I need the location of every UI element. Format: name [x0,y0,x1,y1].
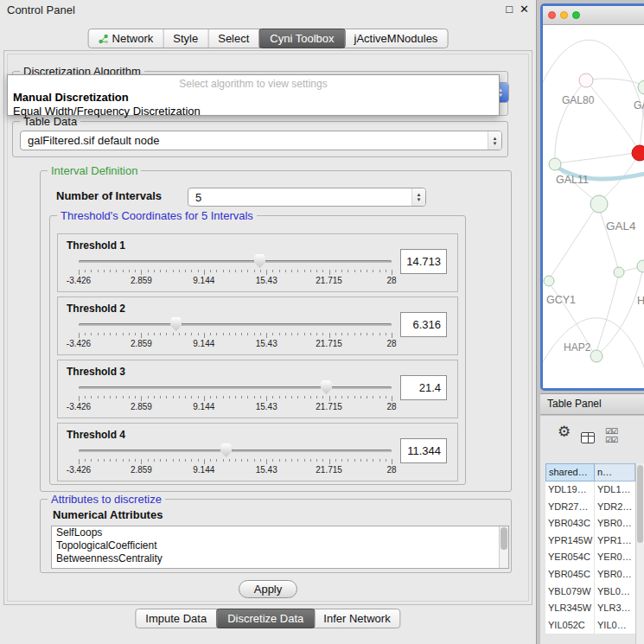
threshold-3-value-field[interactable]: 21.4 [400,375,447,400]
table-cell[interactable]: YER054C [545,549,595,566]
gear-icon[interactable]: ⚙ [558,423,571,441]
network-window-titlebar[interactable] [543,6,644,25]
dropdown-placeholder-option[interactable]: Select algorithm to view settings [8,75,499,90]
window-controls: □ ✕ [506,3,529,16]
table-cell[interactable]: YDR2… [595,499,635,516]
slider-thumb[interactable] [220,443,232,457]
threshold-4-slider[interactable] [79,443,392,457]
column-header-shared-name[interactable]: shared… [545,463,595,481]
dropdown-option-equal-width-frequency[interactable]: Equal Width/Frequency Discretization [8,104,499,118]
tick-mark [329,270,330,275]
table-cell[interactable]: YBL0… [595,583,635,601]
threshold-3-slider[interactable] [79,379,392,394]
table-row[interactable]: YBR045CYBR0… [545,566,635,583]
scale-label: 21.715 [316,465,342,475]
zoom-traffic-light-icon[interactable] [572,11,580,19]
close-window-icon[interactable]: ✕ [520,3,529,16]
table-row[interactable]: YBR043CYBR0… [545,515,635,532]
tab-impute-data[interactable]: Impute Data [136,609,217,628]
close-traffic-light-icon[interactable] [548,11,556,19]
attribute-list-item[interactable]: SelfLoops [52,526,508,539]
tab-style[interactable]: Style [163,29,208,48]
table-row[interactable]: YDR27…YDR2… [545,499,635,516]
table-cell[interactable]: YDL1… [595,481,635,499]
table-cell[interactable]: YDL19… [545,481,595,499]
checkbox-toolbar-icons[interactable]: ☑☑ ☑☑ [605,427,628,444]
tab-select[interactable]: Select [208,29,259,48]
numerical-attributes-list[interactable]: SelfLoopsTopologicalCoefficientBetweenne… [51,526,509,569]
node-small-1[interactable] [614,267,624,277]
slider-track[interactable] [79,323,392,326]
table-scrollbar[interactable] [635,463,644,644]
table-cell[interactable]: YBR043C [545,515,595,532]
slider-track[interactable] [79,386,392,389]
column-header-name[interactable]: n… [595,463,635,481]
table-row[interactable]: YIL052CYIL0… [545,617,635,634]
tick-mark [348,270,348,272]
slider-track[interactable] [79,260,392,263]
tick-mark [322,459,323,462]
number-of-intervals-select[interactable]: 5 ▲ ▼ [188,188,426,207]
table-cell[interactable]: YBR045C [545,566,595,583]
scale-label: 15.43 [256,276,277,285]
scale-label: 9.144 [193,276,214,285]
tab-network[interactable]: Network [89,29,164,48]
tab-jactivemnodules[interactable]: jActiveMNodules [345,29,448,48]
tab-infer-network[interactable]: Infer Network [314,609,399,628]
apply-button[interactable]: Apply [239,580,297,598]
table-cell[interactable]: YBR0… [595,566,635,583]
node-selected-red[interactable] [632,145,644,161]
node-hap2[interactable] [590,350,603,362]
node-gal11[interactable] [549,158,561,170]
table-cell[interactable]: YER0… [595,549,635,566]
table-cell[interactable]: YDR27… [545,499,595,516]
attribute-list-item[interactable]: TopologicalCoefficient [52,539,508,552]
threshold-1-slider[interactable] [79,253,392,268]
threshold-2-slider[interactable] [79,316,392,331]
table-cell[interactable]: YPR145W [545,532,595,550]
attributes-scrollbar[interactable] [499,526,508,568]
slider-thumb[interactable] [254,254,265,268]
table-cell[interactable]: YLR345W [545,600,595,617]
table-cell[interactable]: YBR0… [595,515,635,532]
tick-mark [241,270,242,272]
table-row[interactable]: YBL079WYBL0… [545,583,635,601]
tick-mark [279,459,280,462]
table-cell[interactable]: YBL079W [545,583,595,601]
node-gcy1[interactable] [544,276,554,286]
scrollbar-thumb[interactable] [501,527,507,550]
node-gal4[interactable] [590,195,608,213]
table-row[interactable]: YER054CYER0… [545,549,635,566]
float-window-icon[interactable]: □ [506,3,513,16]
table-cell[interactable]: YPR1… [595,532,635,550]
node-gal80[interactable] [579,73,593,87]
tab-cyni-toolbox[interactable]: Cyni Toolbox [258,29,345,48]
slider-thumb[interactable] [170,317,182,331]
node-ga[interactable] [638,80,644,94]
table-data-select[interactable]: galFiltered.sif default node ▲ ▼ [20,131,502,150]
scale-label: 21.715 [316,276,342,285]
threshold-2-value-field[interactable]: 6.316 [400,312,447,337]
slider-track[interactable] [79,450,392,452]
table-cell[interactable]: YLR3… [595,600,635,617]
table-cell[interactable]: YIL052C [545,617,595,634]
threshold-1-value-field[interactable]: 14.713 [400,249,447,274]
node-right-edge[interactable] [637,260,644,272]
threshold-4-value-field[interactable]: 11.344 [400,438,447,463]
table-row[interactable]: YDL19…YDL1… [545,481,635,499]
slider-thumb[interactable] [321,380,332,394]
tick-mark [266,333,267,338]
table-row[interactable]: YPR145WYPR1… [545,532,635,550]
tick-mark [229,270,230,272]
table-row[interactable]: YLR345WYLR3… [545,600,635,617]
tab-discretize-data[interactable]: Discretize Data [216,609,315,628]
tick-mark [266,270,267,275]
scrollbar-thumb[interactable] [637,465,643,543]
minimize-traffic-light-icon[interactable] [560,11,568,19]
attribute-list-item[interactable]: BetweennessCentrality [52,552,508,565]
columns-icon[interactable] [581,432,595,443]
network-canvas[interactable]: GAL80 GA GAL11 GAL4 GCY1 H HAP2 [543,25,644,388]
dropdown-option-manual-discretization[interactable]: Manual Discretization [8,90,499,104]
tick-mark [179,459,180,462]
table-cell[interactable]: YIL0… [595,617,635,634]
